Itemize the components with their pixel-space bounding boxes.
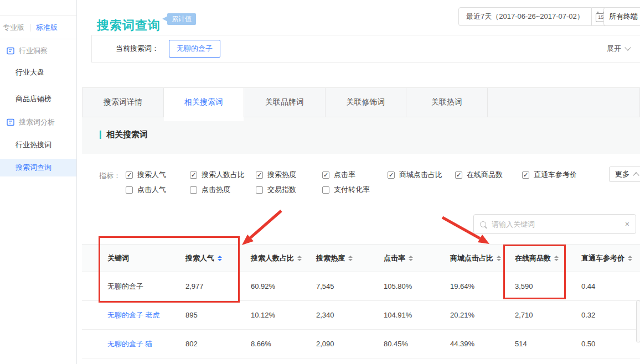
column-header-mall-click-ratio[interactable]: 商城点击占比 (450, 253, 515, 263)
value-cell: 80.45% (384, 340, 450, 348)
column-header-keyword: 关键词 (82, 253, 185, 263)
more-label: 更多 (615, 169, 630, 179)
related-search-table: 关键词 搜索人气 搜索人数占比 搜索热度 点击率 商城点击占比 在线商品数 直通… (82, 244, 640, 358)
sort-icon (218, 256, 222, 261)
column-header-search-popularity[interactable]: 搜索人气 (185, 253, 251, 263)
sidebar-section-search-word-analysis[interactable]: 搜索词分析 (0, 114, 76, 131)
value-cell: 8.66% (251, 340, 316, 348)
metric-label-text: 商城点击占比 (399, 170, 442, 180)
section-title: 相关搜索词 (100, 129, 148, 140)
divider (30, 24, 30, 32)
sidebar: 专业版 标准版 行业洞察 行业大盘 商品店铺榜 搜索词分析 行业热搜词 搜索词查… (0, 0, 77, 364)
date-range-value[interactable]: 最近7天（2017-06-26~2017-07-02） (458, 7, 592, 26)
metric-label-text: 交易指数 (267, 185, 296, 195)
page-title: 搜索词查询 (97, 17, 161, 34)
checkbox-checked-icon (126, 171, 133, 179)
table-scrollbar[interactable] (636, 300, 640, 342)
column-header-search-heat[interactable]: 搜索热度 (316, 253, 384, 263)
value-cell: 2,090 (316, 340, 384, 348)
value-cell: 0.44 (581, 282, 640, 290)
checkbox-unchecked-icon (190, 186, 197, 194)
metric-label-text: 支付转化率 (334, 185, 370, 195)
keyword-cell[interactable]: 无聊的盒子 猫 (82, 339, 185, 349)
clear-icon[interactable]: × (625, 220, 629, 228)
sidebar-item-hot-search-words[interactable]: 行业热搜词 (0, 136, 76, 154)
value-cell: 19.64% (450, 282, 515, 290)
column-header-ztc-ref-price[interactable]: 直通车参考价 (581, 253, 640, 263)
table-row: 无聊的盒子 老虎 895 10.12% 2,340 104.91% 20.21%… (82, 301, 640, 330)
value-cell: 2,340 (316, 311, 384, 319)
expand-toggle[interactable]: 展开 (607, 44, 630, 54)
metric-label-text: 搜索热度 (267, 170, 296, 180)
metric-checkbox-click-popularity[interactable]: 点击人气 (126, 185, 166, 194)
tab-related-hot-words[interactable]: 关联热词 (406, 88, 488, 117)
tab-related-modifier-words[interactable]: 关联修饰词 (326, 88, 406, 117)
table-row: 无聊的盒子 猫 802 8.66% 2,090 80.45% 44.39% 51… (82, 330, 640, 358)
metric-label-text: 在线商品数 (467, 170, 503, 180)
expand-label: 展开 (607, 44, 621, 54)
checkbox-checked-icon (522, 171, 529, 179)
section-title-text: 相关搜索词 (106, 129, 148, 140)
sort-icon (554, 256, 559, 261)
metric-checkbox-search-heat[interactable]: 搜索热度 (256, 170, 296, 179)
terminal-dropdown[interactable]: 所有终端 (603, 7, 640, 26)
keyword-filter-input[interactable] (491, 220, 625, 229)
date-range-picker[interactable]: 最近7天（2017-06-26~2017-07-02） 15 (458, 7, 611, 26)
cumulative-badge: 累计值 (167, 13, 196, 25)
sidebar-item-product-shop-rank[interactable]: 商品店铺榜 (0, 90, 76, 108)
metric-checkbox-search-popularity[interactable]: 搜索人气 (126, 170, 166, 179)
sort-icon (497, 256, 501, 261)
sidebar-item-search-word-query[interactable]: 搜索词查询 (0, 159, 76, 176)
version-tab-pro[interactable]: 专业版 (3, 23, 24, 33)
metric-checkbox-online-products[interactable]: 在线商品数 (455, 170, 503, 179)
sidebar-section-label: 行业洞察 (19, 46, 48, 56)
tab-related-search-words[interactable]: 相关搜索词 (164, 88, 244, 117)
current-keyword-button[interactable]: 无聊的盒子 (169, 40, 220, 58)
value-cell: 802 (185, 340, 251, 348)
checkbox-checked-icon (388, 171, 395, 179)
tab-search-word-detail[interactable]: 搜索词详情 (82, 88, 164, 117)
value-cell: 105.80% (384, 282, 450, 290)
metric-checkbox-click-rate[interactable]: 点击率 (322, 170, 355, 179)
keyword-filter: × (473, 214, 636, 234)
checkbox-checked-icon (256, 171, 263, 179)
sidebar-item-industry-market[interactable]: 行业大盘 (0, 64, 76, 81)
version-switcher: 专业版 标准版 (0, 16, 76, 39)
page: 专业版 标准版 行业洞察 行业大盘 商品店铺榜 搜索词分析 行业热搜词 搜索词查… (0, 0, 640, 364)
section-title-bar (100, 131, 101, 139)
value-cell: 2,710 (515, 311, 581, 319)
column-header-click-rate[interactable]: 点击率 (384, 253, 450, 263)
metric-label-text: 点击率 (334, 170, 355, 180)
value-cell: 104.91% (384, 311, 450, 319)
metric-label-text: 搜索人气 (137, 170, 166, 180)
metric-checkbox-payment-conversion[interactable]: 支付转化率 (322, 185, 370, 194)
value-cell: 895 (185, 311, 251, 319)
search-icon (480, 221, 486, 227)
sort-icon (348, 256, 353, 261)
value-cell: 3,590 (515, 282, 581, 290)
column-header-online-products[interactable]: 在线商品数 (515, 253, 581, 263)
version-tab-standard[interactable]: 标准版 (36, 23, 58, 33)
column-header-searcher-ratio[interactable]: 搜索人数占比 (251, 253, 316, 263)
value-cell: 44.39% (450, 340, 515, 348)
keyword-cell[interactable]: 无聊的盒子 老虎 (82, 310, 185, 320)
metric-checkbox-ztc-ref-price[interactable]: 直通车参考价 (522, 170, 577, 179)
current-search-label: 当前搜索词： (116, 44, 159, 54)
metric-label-text: 直通车参考价 (534, 170, 577, 180)
metric-checkbox-click-heat[interactable]: 点击热度 (190, 185, 230, 194)
more-metrics-button[interactable]: 更多 (609, 167, 640, 182)
metric-checkbox-mall-click-ratio[interactable]: 商城点击占比 (388, 170, 442, 179)
metric-checkbox-transaction-index[interactable]: 交易指数 (256, 185, 296, 194)
checkbox-checked-icon (455, 171, 462, 179)
sidebar-section-industry-insight[interactable]: 行业洞察 (0, 43, 76, 59)
current-search-bar: 当前搜索词： 无聊的盒子 展开 (91, 35, 640, 63)
sort-icon (409, 256, 413, 261)
metric-checkbox-searcher-ratio[interactable]: 搜索人数占比 (190, 170, 245, 179)
metrics-label: 指标： (99, 171, 121, 181)
ledger-icon (7, 47, 14, 55)
tab-bar-filler (488, 88, 639, 117)
tab-related-brand-words[interactable]: 关联品牌词 (244, 88, 326, 117)
section-band (82, 117, 640, 154)
checkbox-unchecked-icon (126, 186, 133, 194)
metric-label-text: 点击人气 (137, 185, 166, 195)
